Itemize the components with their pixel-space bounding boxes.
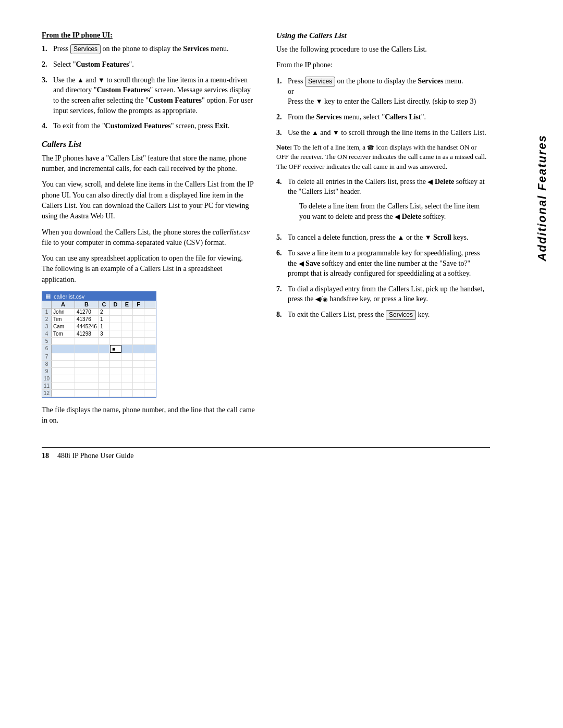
callers-para-4: You can use any spreadsheet application … xyxy=(42,253,255,285)
ss-cell: 41298 xyxy=(75,330,99,337)
step-content: To exit from the "Customized Features" s… xyxy=(53,121,255,131)
ss-cell xyxy=(110,309,121,315)
services-label: Services xyxy=(418,77,443,85)
spreadsheet-title: callerlist.csv xyxy=(54,293,84,300)
right-column: Using the Callers List Use the following… xyxy=(276,31,490,431)
ss-cell xyxy=(121,323,133,330)
ss-row-11: 11 xyxy=(42,382,156,390)
callers-list-heading: Callers List xyxy=(42,140,255,149)
ss-cell xyxy=(99,368,110,375)
phone-up-icon: ▲ xyxy=(77,76,84,84)
list-item: 2. From the Services menu, select "Calle… xyxy=(276,112,490,122)
sidebar-label: Additional Features xyxy=(531,42,554,354)
callers-list-section: Callers List The IP phones have a "Calle… xyxy=(42,140,255,426)
ss-cell xyxy=(110,316,121,323)
services-label: Services xyxy=(183,45,209,53)
ss-cell xyxy=(99,338,110,344)
ss-row-6: 6 ■ xyxy=(42,345,156,353)
step-num: 2. xyxy=(42,59,53,70)
ss-row-12: 12 xyxy=(42,390,156,397)
list-item: 4. To exit from the "Customized Features… xyxy=(42,121,255,131)
ss-cell xyxy=(133,368,144,375)
ss-cell xyxy=(99,382,110,389)
list-item: 3. Use the ▲ and ▼ to scroll through the… xyxy=(276,128,490,138)
ss-col-E: E xyxy=(121,301,133,308)
ss-cell xyxy=(121,345,133,353)
note-label: Note: xyxy=(276,143,292,151)
ss-row-8: 8 xyxy=(42,361,156,368)
ss-row-4: 4 Tom 41298 3 xyxy=(42,330,156,338)
step-num: 7. xyxy=(276,284,288,304)
list-item: 6. To save a line item to a programmable… xyxy=(276,248,490,279)
list-item: 4. To delete all entries in the Callers … xyxy=(276,177,490,228)
services-button-icon: Services xyxy=(386,310,416,320)
ss-col-C: C xyxy=(99,301,110,308)
ss-corner xyxy=(42,301,52,308)
ss-rownum: 7 xyxy=(42,353,52,360)
ss-cell: Tim xyxy=(52,316,75,323)
arrow-left-icon: ◀ xyxy=(395,213,400,220)
ss-cell xyxy=(133,345,144,353)
ss-cell xyxy=(133,390,144,397)
phone-down-icon: ▼ xyxy=(316,97,323,105)
sub-para: To delete a line item from the Callers L… xyxy=(288,201,490,223)
ss-cell-selected: ■ xyxy=(110,345,121,353)
ss-cell xyxy=(110,323,121,330)
ss-cell xyxy=(75,361,99,367)
save-label: Save xyxy=(305,260,320,267)
footer-title: 480i IP Phone User Guide xyxy=(57,452,133,460)
ss-cell xyxy=(75,375,99,382)
ss-cell xyxy=(110,390,121,397)
list-item: 7. To dial a displayed entry from the Ca… xyxy=(276,284,490,304)
ss-cell xyxy=(121,316,133,323)
ss-cell xyxy=(121,390,133,397)
from-ip-phone-section: From the IP phone UI: 1. Press Services … xyxy=(42,31,255,131)
phone-down-icon: ▼ xyxy=(333,129,339,137)
callers-para-3: When you download the Callers List, the … xyxy=(42,227,255,249)
services-button-icon: Services xyxy=(305,77,335,87)
ss-cell xyxy=(52,338,75,344)
step-num: 4. xyxy=(276,177,288,228)
ss-cell xyxy=(133,309,144,315)
services-button-icon: Services xyxy=(70,44,101,54)
ss-cell xyxy=(121,330,133,337)
using-callers-list-section: Using the Callers List Use the following… xyxy=(276,31,490,320)
services-label: Services xyxy=(316,113,341,121)
ss-rownum: 1 xyxy=(42,309,52,315)
ss-cell xyxy=(99,361,110,367)
callers-para-2: You can view, scroll, and delete line it… xyxy=(42,179,255,221)
customized-features-label: Customized Features xyxy=(105,122,171,130)
page-container: Additional Features From the IP phone UI… xyxy=(0,0,563,728)
ss-row-9: 9 xyxy=(42,368,156,375)
exit-label: Exit xyxy=(215,122,228,130)
ss-rownum: 12 xyxy=(42,390,52,397)
ss-cell xyxy=(121,353,133,360)
step-content: To save a line item to a programmable ke… xyxy=(288,248,490,279)
ss-cell xyxy=(133,316,144,323)
ss-cell xyxy=(110,353,121,360)
phone-icon: ☎ xyxy=(367,144,374,151)
ss-cell xyxy=(110,382,121,389)
custom-features-label2: Custom Features xyxy=(96,86,150,94)
ss-row-3: 3 Cam 4445246 1 xyxy=(42,323,156,330)
delete-label: Delete xyxy=(402,213,421,220)
ss-col-D: D xyxy=(110,301,121,308)
ss-cell xyxy=(133,361,144,367)
step-content: To exit the Callers List, press the Serv… xyxy=(288,310,490,320)
phone-up-icon: ▲ xyxy=(312,129,319,137)
ss-row-2: 2 Tim 41376 1 xyxy=(42,316,156,323)
ss-cell xyxy=(133,375,144,382)
page-number: 18 xyxy=(42,452,49,460)
ss-cell xyxy=(133,353,144,360)
note-paragraph: Note: To the left of a line item, a ☎ ic… xyxy=(276,143,490,171)
ss-cell xyxy=(133,330,144,337)
delete-label: Delete xyxy=(435,178,454,186)
handsfree-icon: ◀ xyxy=(315,295,321,303)
using-intro: Use the following procedure to use the C… xyxy=(276,44,490,55)
list-item: 2. Select "Custom Features". xyxy=(42,59,255,70)
ss-cell xyxy=(110,361,121,367)
ss-cell: 1 xyxy=(99,323,110,330)
step-num: 6. xyxy=(276,248,288,279)
arrow-left-icon: ◀ xyxy=(299,260,304,267)
ss-cell xyxy=(52,382,75,389)
